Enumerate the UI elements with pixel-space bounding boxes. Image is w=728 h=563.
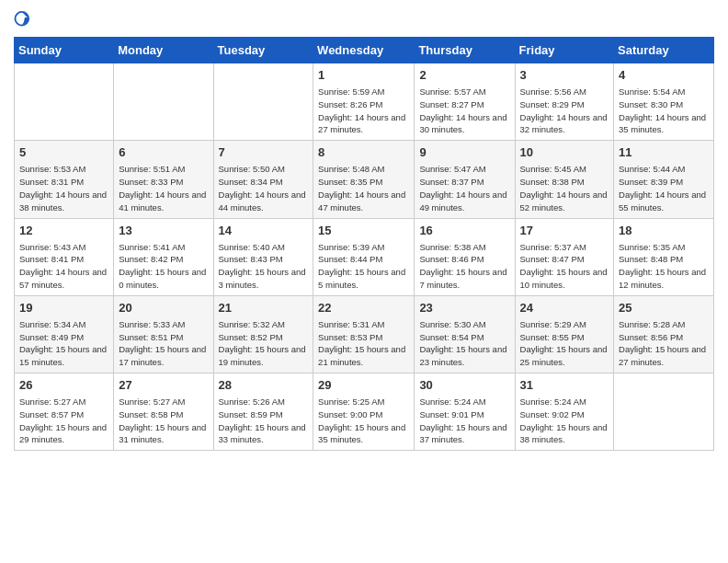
week-row-1: 1Sunrise: 5:59 AM Sunset: 8:26 PM Daylig…	[15, 63, 714, 141]
calendar-cell: 12Sunrise: 5:43 AM Sunset: 8:41 PM Dayli…	[15, 218, 114, 295]
day-info: Sunrise: 5:53 AM Sunset: 8:31 PM Dayligh…	[19, 163, 108, 213]
day-info: Sunrise: 5:24 AM Sunset: 9:01 PM Dayligh…	[419, 396, 509, 446]
calendar-cell	[114, 63, 213, 141]
day-info: Sunrise: 5:30 AM Sunset: 8:54 PM Dayligh…	[419, 318, 509, 369]
calendar-cell: 15Sunrise: 5:39 AM Sunset: 8:44 PM Dayli…	[313, 218, 415, 295]
calendar-cell: 24Sunrise: 5:29 AM Sunset: 8:55 PM Dayli…	[515, 295, 614, 373]
day-number: 7	[219, 144, 309, 161]
day-number: 31	[520, 377, 609, 394]
day-number: 8	[318, 144, 409, 161]
calendar-cell: 19Sunrise: 5:34 AM Sunset: 8:49 PM Dayli…	[15, 295, 114, 373]
week-row-2: 5Sunrise: 5:53 AM Sunset: 8:31 PM Daylig…	[15, 141, 714, 218]
calendar-cell: 17Sunrise: 5:37 AM Sunset: 8:47 PM Dayli…	[515, 218, 614, 295]
weekday-header-monday: Monday	[114, 38, 213, 63]
calendar-cell: 14Sunrise: 5:40 AM Sunset: 8:43 PM Dayli…	[213, 218, 313, 295]
day-info: Sunrise: 5:40 AM Sunset: 8:43 PM Dayligh…	[219, 241, 309, 292]
day-number: 6	[119, 144, 208, 161]
day-number: 2	[419, 67, 509, 84]
day-info: Sunrise: 5:48 AM Sunset: 8:35 PM Dayligh…	[318, 163, 409, 213]
calendar-cell: 11Sunrise: 5:44 AM Sunset: 8:39 PM Dayli…	[614, 141, 714, 218]
day-number: 27	[119, 377, 208, 394]
day-number: 15	[318, 223, 409, 239]
day-number: 14	[219, 223, 309, 239]
calendar-cell: 31Sunrise: 5:24 AM Sunset: 9:02 PM Dayli…	[515, 373, 614, 451]
calendar-cell	[614, 373, 714, 451]
day-number: 16	[419, 223, 509, 239]
calendar-cell: 27Sunrise: 5:27 AM Sunset: 8:58 PM Dayli…	[114, 373, 213, 451]
weekday-header-row: SundayMondayTuesdayWednesdayThursdayFrid…	[15, 38, 714, 63]
day-info: Sunrise: 5:44 AM Sunset: 8:39 PM Dayligh…	[619, 163, 709, 213]
calendar-cell: 3Sunrise: 5:56 AM Sunset: 8:29 PM Daylig…	[515, 63, 614, 141]
week-row-4: 19Sunrise: 5:34 AM Sunset: 8:49 PM Dayli…	[15, 295, 714, 373]
day-number: 26	[19, 377, 108, 394]
day-info: Sunrise: 5:26 AM Sunset: 8:59 PM Dayligh…	[219, 396, 309, 446]
day-info: Sunrise: 5:34 AM Sunset: 8:49 PM Dayligh…	[19, 318, 108, 369]
day-info: Sunrise: 5:27 AM Sunset: 8:57 PM Dayligh…	[19, 396, 108, 446]
calendar-cell: 26Sunrise: 5:27 AM Sunset: 8:57 PM Dayli…	[15, 373, 114, 451]
day-info: Sunrise: 5:47 AM Sunset: 8:37 PM Dayligh…	[419, 163, 509, 213]
calendar-cell: 25Sunrise: 5:28 AM Sunset: 8:56 PM Dayli…	[614, 295, 714, 373]
day-number: 23	[419, 300, 509, 316]
day-info: Sunrise: 5:24 AM Sunset: 9:02 PM Dayligh…	[520, 396, 609, 446]
day-info: Sunrise: 5:29 AM Sunset: 8:55 PM Dayligh…	[520, 318, 609, 369]
day-number: 5	[19, 144, 108, 161]
day-number: 12	[19, 223, 108, 239]
calendar-cell: 13Sunrise: 5:41 AM Sunset: 8:42 PM Dayli…	[114, 218, 213, 295]
day-info: Sunrise: 5:32 AM Sunset: 8:52 PM Dayligh…	[219, 318, 309, 369]
day-info: Sunrise: 5:43 AM Sunset: 8:41 PM Dayligh…	[19, 241, 108, 292]
day-number: 9	[419, 144, 509, 161]
calendar-cell: 6Sunrise: 5:51 AM Sunset: 8:33 PM Daylig…	[114, 141, 213, 218]
day-info: Sunrise: 5:57 AM Sunset: 8:27 PM Dayligh…	[419, 86, 509, 136]
day-info: Sunrise: 5:37 AM Sunset: 8:47 PM Dayligh…	[520, 241, 609, 292]
calendar-table: SundayMondayTuesdayWednesdayThursdayFrid…	[14, 37, 714, 451]
day-number: 10	[520, 144, 609, 161]
day-number: 13	[119, 223, 208, 239]
calendar-cell: 18Sunrise: 5:35 AM Sunset: 8:48 PM Dayli…	[614, 218, 714, 295]
day-number: 22	[318, 300, 409, 316]
day-number: 18	[619, 223, 709, 239]
calendar-cell: 16Sunrise: 5:38 AM Sunset: 8:46 PM Dayli…	[415, 218, 515, 295]
weekday-header-sunday: Sunday	[15, 38, 114, 63]
weekday-header-wednesday: Wednesday	[313, 38, 415, 63]
day-number: 17	[520, 223, 609, 239]
day-info: Sunrise: 5:56 AM Sunset: 8:29 PM Dayligh…	[520, 86, 609, 136]
week-row-3: 12Sunrise: 5:43 AM Sunset: 8:41 PM Dayli…	[15, 218, 714, 295]
day-info: Sunrise: 5:45 AM Sunset: 8:38 PM Dayligh…	[520, 163, 609, 213]
weekday-header-friday: Friday	[515, 38, 614, 63]
calendar-cell: 7Sunrise: 5:50 AM Sunset: 8:34 PM Daylig…	[213, 141, 313, 218]
calendar-cell: 29Sunrise: 5:25 AM Sunset: 9:00 PM Dayli…	[313, 373, 415, 451]
day-number: 25	[619, 300, 709, 316]
logo	[14, 9, 38, 29]
page-header	[14, 9, 714, 29]
logo-icon	[14, 9, 34, 29]
day-number: 28	[219, 377, 309, 394]
day-info: Sunrise: 5:31 AM Sunset: 8:53 PM Dayligh…	[318, 318, 409, 369]
calendar-cell: 1Sunrise: 5:59 AM Sunset: 8:26 PM Daylig…	[313, 63, 415, 141]
calendar-cell: 23Sunrise: 5:30 AM Sunset: 8:54 PM Dayli…	[415, 295, 515, 373]
day-info: Sunrise: 5:33 AM Sunset: 8:51 PM Dayligh…	[119, 318, 208, 369]
calendar-cell: 20Sunrise: 5:33 AM Sunset: 8:51 PM Dayli…	[114, 295, 213, 373]
calendar-cell: 8Sunrise: 5:48 AM Sunset: 8:35 PM Daylig…	[313, 141, 415, 218]
day-info: Sunrise: 5:28 AM Sunset: 8:56 PM Dayligh…	[619, 318, 709, 369]
calendar-cell: 21Sunrise: 5:32 AM Sunset: 8:52 PM Dayli…	[213, 295, 313, 373]
day-info: Sunrise: 5:59 AM Sunset: 8:26 PM Dayligh…	[318, 86, 409, 136]
day-info: Sunrise: 5:25 AM Sunset: 9:00 PM Dayligh…	[318, 396, 409, 446]
day-number: 4	[619, 67, 709, 84]
day-number: 1	[318, 67, 409, 84]
day-number: 3	[520, 67, 609, 84]
calendar-cell: 22Sunrise: 5:31 AM Sunset: 8:53 PM Dayli…	[313, 295, 415, 373]
day-number: 21	[219, 300, 309, 316]
calendar-cell: 10Sunrise: 5:45 AM Sunset: 8:38 PM Dayli…	[515, 141, 614, 218]
day-info: Sunrise: 5:38 AM Sunset: 8:46 PM Dayligh…	[419, 241, 509, 292]
calendar-cell	[15, 63, 114, 141]
calendar-cell: 9Sunrise: 5:47 AM Sunset: 8:37 PM Daylig…	[415, 141, 515, 218]
day-info: Sunrise: 5:54 AM Sunset: 8:30 PM Dayligh…	[619, 86, 709, 136]
day-info: Sunrise: 5:51 AM Sunset: 8:33 PM Dayligh…	[119, 163, 208, 213]
day-number: 24	[520, 300, 609, 316]
day-number: 11	[619, 144, 709, 161]
day-info: Sunrise: 5:35 AM Sunset: 8:48 PM Dayligh…	[619, 241, 709, 292]
calendar-cell: 4Sunrise: 5:54 AM Sunset: 8:30 PM Daylig…	[614, 63, 714, 141]
weekday-header-tuesday: Tuesday	[213, 38, 313, 63]
day-number: 30	[419, 377, 509, 394]
calendar-cell: 2Sunrise: 5:57 AM Sunset: 8:27 PM Daylig…	[415, 63, 515, 141]
